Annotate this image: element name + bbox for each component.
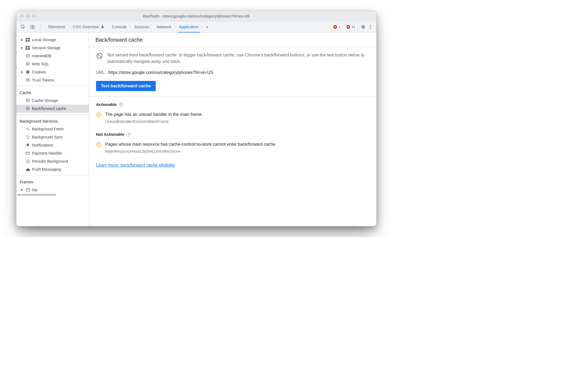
svg-point-19 xyxy=(27,72,28,73)
tab-sources[interactable]: Sources xyxy=(133,21,150,33)
sync-icon xyxy=(25,135,30,139)
table-icon xyxy=(25,46,30,50)
warning-icon xyxy=(96,112,101,117)
svg-rect-6 xyxy=(26,38,27,40)
minimize-window-button[interactable] xyxy=(26,14,30,18)
table-icon xyxy=(25,38,30,42)
sidebar-item-back-forward-cache[interactable]: ▶ Back/forward cache xyxy=(16,105,89,113)
sidebar-group-storage xyxy=(16,33,89,36)
url-value: https://store.google.com/us/category/pho… xyxy=(108,70,213,75)
svg-point-3 xyxy=(370,25,371,26)
sidebar-item-session-storage[interactable]: ▶ Session Storage xyxy=(16,44,89,52)
svg-point-16 xyxy=(26,70,29,74)
actionable-header: Actionable xyxy=(96,102,117,107)
help-icon[interactable]: ? xyxy=(126,132,131,137)
sidebar-item-local-storage[interactable]: ▶ Local Storage xyxy=(16,36,89,44)
chevron-double-right-icon: » xyxy=(206,24,208,29)
svg-rect-13 xyxy=(28,48,30,50)
flask-icon xyxy=(101,25,104,28)
tab-console[interactable]: Console xyxy=(111,21,128,33)
svg-point-4 xyxy=(370,26,371,27)
disclosure-triangle-icon: ▶ xyxy=(21,69,23,75)
svg-point-17 xyxy=(27,71,27,72)
svg-point-18 xyxy=(28,71,29,72)
credit-card-icon xyxy=(25,151,30,155)
fetch-icon xyxy=(25,127,30,131)
not-actionable-header: Not Actionable xyxy=(96,132,124,137)
svg-point-5 xyxy=(370,28,371,28)
database-icon xyxy=(25,54,30,58)
svg-rect-26 xyxy=(26,188,30,191)
test-bfcache-button[interactable]: Test back/forward cache xyxy=(96,81,156,91)
inspect-element-icon[interactable] xyxy=(19,21,27,33)
not-actionable-issue-message: Pages whose main resource has cache-cont… xyxy=(105,142,277,147)
disclosure-triangle-icon: ▶ xyxy=(21,45,23,51)
sidebar-item-payment-handler[interactable]: ▶ Payment Handler xyxy=(16,149,89,157)
window-title: DevTools - store.google.com/us/category/… xyxy=(16,14,376,18)
warning-icon xyxy=(96,142,101,147)
sidebar-item-frame-top[interactable]: ▶ top xyxy=(16,186,89,194)
sidebar-item-notifications[interactable]: ▶ Notifications xyxy=(16,141,89,149)
actionable-issue-message: The page has an unload handler in the ma… xyxy=(105,112,203,117)
error-icon: ✕ xyxy=(333,25,337,29)
macos-titlebar: DevTools - store.google.com/us/category/… xyxy=(16,11,376,21)
page-title: Back/forward cache xyxy=(89,33,376,47)
devtools-toolbar: Elements CSS Overview Console Sources Ne… xyxy=(16,21,376,33)
database-icon xyxy=(25,78,30,82)
tab-elements[interactable]: Elements xyxy=(47,21,66,33)
database-icon xyxy=(25,98,30,103)
sidebar-item-background-sync[interactable]: ▶ Background Sync xyxy=(16,133,89,141)
settings-icon[interactable] xyxy=(359,21,367,33)
sidebar-horizontal-scrollbar[interactable] xyxy=(16,194,89,198)
svg-rect-2 xyxy=(33,26,34,29)
console-errors-pill[interactable]: ✕ 1 xyxy=(331,24,342,29)
console-issues-pill[interactable]: ✕ 10 xyxy=(344,24,357,29)
svg-rect-8 xyxy=(26,40,27,42)
not-served-message: Not served from back/forward cache: to t… xyxy=(107,52,369,65)
tab-network[interactable]: Network xyxy=(155,21,172,33)
sidebar-item-cache-storage[interactable]: ▶ Cache Storage xyxy=(16,96,89,105)
tab-application[interactable]: Application xyxy=(178,21,200,33)
zoom-window-button[interactable] xyxy=(32,14,36,18)
tab-css-overview[interactable]: CSS Overview xyxy=(72,21,106,33)
sidebar-item-websql[interactable]: ▶ Web SQL xyxy=(16,60,89,68)
error-icon: ✕ xyxy=(346,25,350,29)
cloud-icon xyxy=(25,168,30,171)
frame-icon xyxy=(25,188,30,192)
window-controls xyxy=(16,14,36,18)
sidebar-item-push-messaging[interactable]: ▶ Push Messaging xyxy=(16,165,89,173)
svg-point-15 xyxy=(26,62,29,63)
url-row: URL: https://store.google.com/us/categor… xyxy=(89,70,376,78)
learn-more-link[interactable]: Learn more: back/forward cache eligibili… xyxy=(96,163,175,167)
svg-rect-11 xyxy=(28,46,30,48)
sidebar-group-background: Background Services xyxy=(16,116,89,125)
sidebar-item-background-fetch[interactable]: ▶ Background Fetch xyxy=(16,125,89,133)
svg-rect-23 xyxy=(26,152,29,154)
not-allowed-icon xyxy=(96,52,103,59)
database-icon xyxy=(25,62,30,66)
sidebar-item-indexeddb[interactable]: ▶ IndexedDB xyxy=(16,52,89,60)
svg-rect-10 xyxy=(26,46,27,48)
sidebar-item-trust-tokens[interactable]: ▶ Trust Tokens xyxy=(16,76,89,84)
svg-rect-7 xyxy=(28,38,30,40)
svg-line-29 xyxy=(98,54,101,58)
svg-rect-12 xyxy=(26,48,27,50)
device-toolbar-icon[interactable] xyxy=(29,21,36,33)
sidebar-item-cookies[interactable]: ▶ Cookies xyxy=(16,68,89,76)
devtools-window: DevTools - store.google.com/us/category/… xyxy=(16,11,377,226)
svg-point-22 xyxy=(26,107,29,108)
close-window-button[interactable] xyxy=(20,14,24,18)
application-sidebar: ▶ Local Storage ▶ Session Storage ▶ Inde… xyxy=(16,33,89,226)
cookie-icon xyxy=(25,70,30,74)
svg-point-14 xyxy=(26,54,29,55)
sidebar-item-periodic-background[interactable]: ▶ Periodic Background xyxy=(16,157,89,165)
disclosure-triangle-icon: ▶ xyxy=(21,187,23,193)
help-icon[interactable]: ? xyxy=(119,102,123,107)
url-label: URL: xyxy=(96,70,106,75)
tabs-overflow-button[interactable]: » xyxy=(205,21,209,33)
kebab-menu-icon[interactable] xyxy=(367,21,374,33)
svg-rect-9 xyxy=(28,40,30,42)
svg-point-32 xyxy=(98,116,99,116)
sidebar-group-cache: Cache xyxy=(16,88,89,96)
sidebar-group-frames: Frames xyxy=(16,177,89,186)
